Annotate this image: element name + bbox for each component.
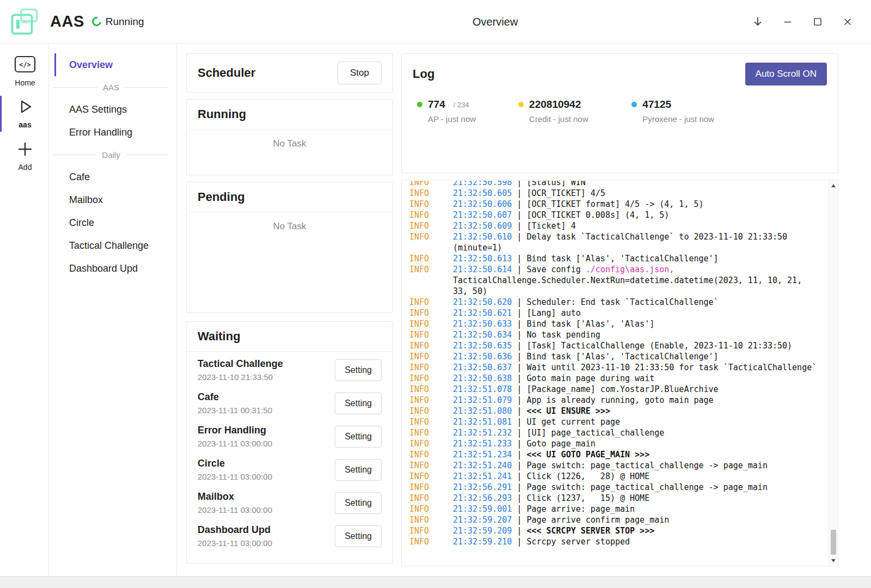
task-setting-button[interactable]: Setting	[335, 525, 382, 547]
stat-value: 774	[428, 99, 445, 111]
stat-group: 47125 Pyroxene - just now	[631, 99, 714, 124]
running-card: Running No Task	[186, 99, 393, 175]
log-line: INFO21:32:50.607|[OCR_TICKET 0.008s] (4,…	[409, 210, 829, 220]
running-status-label: Running	[106, 16, 144, 28]
stat-value-row: 774 / 234	[417, 99, 476, 111]
log-scrollbar[interactable]	[829, 181, 837, 565]
log-line: INFO21:32:59.001|Page arrive: page_main	[409, 504, 829, 514]
scheduler-stop-button[interactable]: Stop	[338, 62, 382, 84]
log-line: INFO21:32:51.232|[UI] page_tactical_chal…	[409, 427, 829, 438]
nav-rail-label: Add	[19, 163, 32, 171]
main-area: </> Home aas Add Overview AAS	[0, 44, 871, 576]
log-line: INFO21:32:56.293|Click (1237, 15) @ HOME	[409, 493, 829, 504]
waiting-task-info: Dashboard Upd 2023-11-11 03:00:00	[198, 524, 272, 548]
scheduler-title: Scheduler	[198, 66, 255, 80]
log-line: INFO21:32:51.234|<<< UI GOTO PAGE_MAIN >…	[409, 449, 829, 460]
waiting-task-row: Error Handling 2023-11-11 03:00:00 Setti…	[198, 420, 382, 453]
log-line: INFO21:32:50.610|Delay task `TacticalCha…	[409, 231, 829, 242]
nav-rail-item-aas[interactable]: aas	[0, 96, 48, 132]
log-line: INFO21:32:59.207|Page arrive confirm pag…	[409, 514, 829, 525]
stat-suffix: / 234	[453, 101, 469, 109]
log-line: INFO21:32:59.209|<<< SCRCPY SERVER STOP …	[409, 525, 829, 536]
waiting-task-list: Tactical Challenge 2023-11-10 21:33:50 S…	[187, 352, 392, 553]
minimize-button[interactable]	[778, 13, 797, 31]
log-terminal: INFO21:32:50.598|[Status] WININFO21:32:5…	[401, 180, 838, 566]
stat-label: AP - just now	[428, 114, 476, 124]
page-title: Overview	[473, 0, 518, 44]
plus-icon	[17, 141, 33, 159]
sidebar-item-aas-settings[interactable]: AAS Settings	[54, 98, 176, 121]
task-setting-button[interactable]: Setting	[335, 393, 382, 414]
log-line: TacticalChallenge.Scheduler.NextRun=date…	[409, 275, 829, 286]
horizontal-scrollbar[interactable]	[0, 576, 871, 588]
maximize-button[interactable]	[808, 13, 827, 31]
scroll-down-arrow-icon[interactable]	[829, 556, 837, 565]
log-line: INFO21:32:50.613|Bind task ['Alas', 'Tac…	[409, 253, 829, 264]
scheduler-column: Scheduler Stop Running No Task Pending N…	[186, 53, 393, 566]
log-line: INFO21:32:50.634|No task pending	[409, 329, 829, 340]
stat-value-row: 220810942	[518, 99, 589, 111]
waiting-task-row: Circle 2023-11-11 03:00:00 Setting	[198, 453, 382, 486]
task-setting-button[interactable]: Setting	[335, 426, 382, 448]
sidebar-item-overview[interactable]: Overview	[54, 53, 176, 76]
log-line: INFO21:32:50.635|[Task] TacticalChalleng…	[409, 340, 829, 351]
scheduler-status: Running	[92, 16, 144, 28]
close-button[interactable]	[838, 13, 857, 31]
app-name: AAS	[50, 13, 84, 30]
running-spinner-icon	[90, 15, 103, 28]
task-setting-button[interactable]: Setting	[335, 459, 382, 481]
waiting-task-row: Mailbox 2023-11-11 03:00:00 Setting	[198, 486, 382, 519]
sidebar-item-cafe[interactable]: Cafe	[54, 166, 176, 188]
log-line: INFO21:32:50.606|[OCR_TICKET format] 4/5…	[409, 199, 829, 210]
waiting-task-info: Mailbox 2023-11-11 03:00:00	[198, 491, 272, 514]
titlebar: AAS Running Overview	[0, 0, 871, 44]
app-logo-icon	[8, 7, 41, 37]
auto-scroll-toggle[interactable]: Auto Scroll ON	[745, 63, 827, 85]
stat-value-row: 47125	[631, 99, 714, 111]
waiting-task-name: Mailbox	[198, 491, 272, 503]
log-line: INFO21:32:50.638|Goto main page during w…	[409, 373, 829, 384]
log-line: INFO21:32:50.621|[Lang] auto	[409, 308, 829, 318]
log-line: INFO21:32:50.636|Bind task ['Alas', 'Tac…	[409, 351, 829, 362]
waiting-task-row: Tactical Challenge 2023-11-10 21:33:50 S…	[198, 353, 382, 387]
log-line: INFO21:32:50.598|[Status] WIN	[409, 181, 829, 188]
log-line: INFO21:32:51.078|[Package_name] com.Yost…	[409, 384, 829, 395]
waiting-card-header: Waiting	[187, 322, 392, 352]
scheduler-card: Scheduler Stop	[186, 53, 393, 93]
sidebar-item-tactical-challenge[interactable]: Tactical Challenge	[54, 234, 176, 257]
waiting-task-info: Error Handling 2023-11-11 03:00:00	[198, 425, 272, 448]
log-line: INFO21:32:51.241|Click (1226, 28) @ HOME	[409, 471, 829, 482]
sidebar-section-label: Daily	[102, 150, 120, 160]
pending-title: Pending	[198, 190, 245, 204]
task-setting-button[interactable]: Setting	[335, 492, 382, 514]
nav-rail-item-add[interactable]: Add	[0, 138, 48, 174]
sidebar-item-mailbox[interactable]: Mailbox	[54, 188, 176, 211]
scrollbar-thumb[interactable]	[831, 530, 836, 555]
sidebar-section-label: AAS	[103, 83, 119, 92]
sidebar-item-error-handling[interactable]: Error Handling	[54, 121, 176, 144]
sidebar-item-dashboard-upd[interactable]: Dashboard Upd	[54, 257, 176, 280]
task-setting-button[interactable]: Setting	[335, 359, 382, 381]
waiting-task-name: Error Handling	[198, 425, 272, 436]
log-line: INFO21:32:56.291|Page switch: page_tacti…	[409, 482, 829, 493]
log-line: INFO21:32:51.079|App is already running,…	[409, 395, 829, 406]
sidebar: Overview AAS AAS Settings Error Handling…	[49, 44, 177, 576]
scroll-up-arrow-icon[interactable]	[829, 181, 837, 190]
log-line: INFO21:32:51.233|Goto page_main	[409, 438, 829, 449]
waiting-task-row: Dashboard Upd 2023-11-11 03:00:00 Settin…	[198, 519, 382, 553]
running-card-header: Running	[187, 100, 392, 130]
waiting-task-info: Cafe 2023-11-11 00:31:50	[198, 391, 272, 415]
sidebar-item-circle[interactable]: Circle	[54, 211, 176, 234]
running-title: Running	[198, 107, 246, 121]
running-empty-text: No Task	[187, 130, 392, 149]
log-line: INFO21:32:50.637|Wait until 2023-11-10 2…	[409, 362, 829, 373]
pending-card-header: Pending	[187, 182, 392, 212]
waiting-task-info: Circle 2023-11-11 03:00:00	[198, 458, 272, 481]
waiting-task-name: Tactical Challenge	[198, 358, 283, 370]
nav-rail-item-home[interactable]: </> Home	[0, 53, 48, 89]
sidebar-section-aas: AAS	[53, 81, 169, 93]
log-line: INFO21:32:50.633|Bind task ['Alas', 'Ala…	[409, 318, 829, 329]
log-line: INFO21:32:59.210|Scrcpy server stopped	[409, 536, 829, 547]
waiting-task-name: Cafe	[198, 391, 272, 403]
update-download-icon[interactable]	[749, 13, 767, 31]
